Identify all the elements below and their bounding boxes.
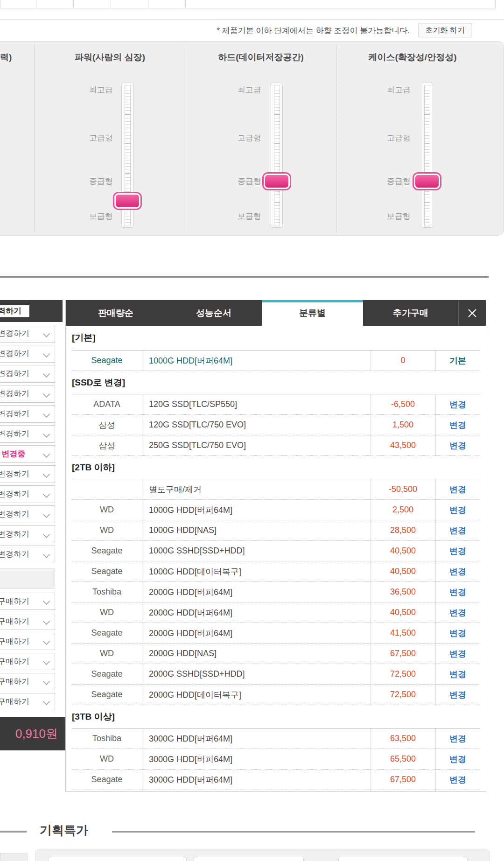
component-change-button[interactable]: 변경하기	[0, 546, 55, 563]
change-link[interactable]: 변경	[435, 749, 480, 769]
table-cell	[0, 0, 36, 8]
component-changing-button[interactable]: 변경중	[0, 445, 55, 463]
change-link[interactable]: 변경	[435, 479, 480, 499]
component-change-button[interactable]: 변경하기	[0, 465, 55, 483]
footer-small-box	[0, 853, 28, 861]
change-link[interactable]: 변경	[435, 561, 480, 581]
change-link[interactable]: 변경	[435, 664, 480, 684]
component-change-button[interactable]: 변경하기	[0, 325, 55, 343]
tab-1[interactable]: 판매량순	[66, 300, 166, 326]
special-offer-item[interactable]	[338, 857, 468, 861]
component-buy-button[interactable]: 구매하기	[0, 693, 55, 710]
brand-cell	[72, 479, 142, 499]
component-buy-button[interactable]: 구매하기	[0, 613, 55, 630]
change-link[interactable]: 변경	[435, 500, 480, 520]
change-link[interactable]: 변경	[435, 790, 480, 792]
reset-button[interactable]: 초기화 하기	[419, 23, 471, 37]
slider-thumb[interactable]	[414, 174, 440, 189]
chevron-down-icon	[43, 658, 50, 665]
component-change-button[interactable]: 변경하기	[0, 365, 55, 383]
component-buy-button[interactable]: 구매하기	[0, 633, 55, 650]
change-link[interactable]: 변경	[435, 728, 480, 749]
tab-4[interactable]: 추가구매	[363, 300, 458, 326]
component-change-button[interactable]: 변경하기	[0, 385, 55, 403]
brand-cell: Toshiba	[72, 582, 142, 602]
product-cell: 2000G HDD[버퍼64M]	[142, 582, 371, 602]
change-link[interactable]: 변경	[435, 602, 480, 623]
product-cell: 1000G HDD[데이터복구]	[142, 561, 371, 581]
brand-cell: Seagate	[72, 664, 142, 684]
slider-level-label: 중급형	[232, 176, 261, 186]
price-cell: -50,500	[371, 479, 435, 499]
component-change-button[interactable]: 변경하기	[0, 525, 55, 543]
table-row: 삼성120G SSD[TLC/750 EVO]1,500변경	[72, 415, 480, 435]
change-link[interactable]: 변경	[435, 520, 480, 540]
footer-line-left	[0, 831, 27, 833]
brand-cell: Seagate	[72, 770, 142, 790]
brand-cell: Seagate	[72, 623, 142, 643]
table-row: Seagate1000G HDD[데이터복구]40,500변경	[72, 561, 480, 582]
special-offer-item[interactable]	[48, 857, 187, 861]
product-cell: 3000G HDD[버퍼64M]	[142, 770, 371, 790]
product-cell: 1000G HDD[버퍼64M]	[142, 350, 371, 371]
component-buy-button[interactable]: 구매하기	[0, 593, 55, 610]
product-cell: 120G SSD[TLC/SP550]	[142, 394, 371, 414]
table-row: WD1000G HDD[NAS]28,500변경	[72, 520, 480, 541]
chevron-down-icon	[43, 471, 50, 478]
slider-track[interactable]	[271, 83, 283, 228]
price-cell: 36,500	[371, 582, 435, 602]
table-cell	[186, 0, 496, 8]
component-change-button[interactable]: 변경하기	[0, 485, 55, 503]
brand-cell: Toshiba	[72, 728, 142, 749]
change-link[interactable]: 변경	[435, 394, 480, 414]
default-label[interactable]: 기본	[435, 350, 480, 371]
chevron-down-icon	[43, 411, 50, 418]
change-link[interactable]: 변경	[435, 623, 480, 643]
change-link[interactable]: 변경	[435, 770, 480, 790]
column-separator	[186, 45, 186, 232]
close-panel-tab[interactable]	[458, 300, 486, 326]
slider-thumb[interactable]	[114, 193, 140, 209]
slider-thumb[interactable]	[264, 174, 290, 189]
slider-level-label: 중급형	[382, 176, 411, 186]
change-link[interactable]: 변경	[435, 582, 480, 602]
change-link[interactable]: 변경	[435, 644, 480, 664]
component-change-button[interactable]: 변경하기	[0, 505, 55, 523]
component-change-button[interactable]: 변경하기	[0, 425, 55, 443]
tab-2[interactable]: 성능순서	[166, 300, 262, 326]
product-cell: 1000G HDD[NAS]	[142, 520, 371, 540]
price-cell: 2,500	[371, 500, 435, 520]
component-buy-button[interactable]: 구매하기	[0, 653, 55, 670]
product-cell: 1000G SSHD[SSD+HDD]	[142, 541, 371, 561]
price-cell: 43,500	[371, 435, 435, 455]
slider-level-label: 최고급	[232, 84, 261, 95]
column-separator	[34, 45, 35, 232]
price-cell: 41,500	[371, 623, 435, 643]
section-header: [SSD로 변경]	[72, 371, 480, 394]
table-row: WD1000G HDD[버퍼64M]2,500변경	[72, 500, 480, 520]
table-row: HGST3000G HDD[NAS]88,500변경	[72, 790, 480, 792]
price-cell: 67,500	[371, 770, 435, 790]
table-row: Seagate1000G HDD[버퍼64M]0기본	[72, 350, 480, 371]
price-cell: 40,500	[371, 561, 435, 581]
change-link[interactable]: 변경	[435, 415, 480, 435]
component-change-button[interactable]: 변경하기	[0, 345, 55, 363]
special-offer-item[interactable]	[194, 857, 304, 861]
chevron-down-icon	[43, 431, 50, 438]
chevron-down-icon	[43, 451, 50, 458]
change-link[interactable]: 변경	[435, 685, 480, 705]
component-buy-button[interactable]: 구매하기	[0, 673, 55, 690]
print-quote-button[interactable]: 출력하기	[0, 305, 30, 318]
tab-3[interactable]: 분류별	[262, 300, 363, 326]
change-link[interactable]: 변경	[435, 435, 480, 455]
table-cell	[74, 0, 111, 8]
product-cell: 250G SSD[TLC/750 EVO]	[142, 435, 371, 455]
chevron-down-icon	[43, 491, 50, 498]
hdd-option-panel: 판매량순성능순서분류별추가구매 [기본]Seagate1000G HDD[버퍼6…	[65, 300, 486, 792]
chevron-down-icon	[43, 551, 50, 559]
change-link[interactable]: 변경	[435, 541, 480, 561]
table-row: Seagate3000G HDD[버퍼64M]67,500변경	[72, 770, 480, 790]
slider-track[interactable]	[421, 83, 433, 228]
component-change-button[interactable]: 변경하기	[0, 405, 55, 423]
product-cell: 2000G HDD[버퍼64M]	[142, 623, 371, 643]
